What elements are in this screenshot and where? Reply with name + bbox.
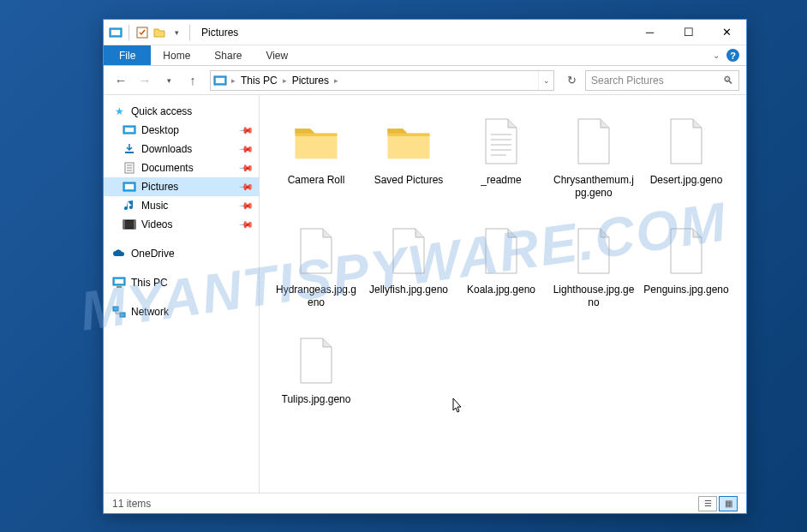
file-item[interactable]: Koala.jpg.geno: [455, 218, 547, 328]
file-item[interactable]: Chrysanthemum.jpg.geno: [547, 109, 640, 218]
sidebar-quick-access[interactable]: ★ Quick access: [104, 102, 259, 121]
breadcrumb-item[interactable]: Pictures: [289, 75, 332, 87]
sidebar-network[interactable]: Network: [104, 302, 259, 321]
sidebar-item-music[interactable]: Music📌: [104, 196, 259, 215]
sidebar-onedrive[interactable]: OneDrive: [104, 244, 259, 263]
file-item[interactable]: _readme: [455, 109, 547, 218]
sidebar-item-downloads[interactable]: Downloads📌: [104, 140, 259, 158]
item-count: 11 items: [112, 498, 151, 510]
tab-share[interactable]: Share: [202, 45, 254, 65]
recent-dropdown-icon[interactable]: ▾: [158, 70, 179, 91]
item-label: Hydrangeas.jpg.geno: [273, 284, 359, 309]
large-icons-view-button[interactable]: ▦: [719, 496, 738, 511]
folder-icon: [289, 114, 344, 169]
tab-home[interactable]: Home: [151, 45, 202, 65]
separator: [129, 25, 129, 40]
search-icon: 🔍︎: [723, 75, 733, 87]
window-title: Pictures: [201, 27, 238, 39]
minimize-button[interactable]: ─: [631, 20, 669, 45]
sidebar-item-documents[interactable]: Documents📌: [104, 158, 259, 177]
folder-qat-icon[interactable]: [152, 26, 166, 39]
item-label: Desert.jpg.geno: [650, 174, 723, 187]
file-view[interactable]: Camera RollSaved Pictures_readmeChrysant…: [260, 95, 746, 493]
blank-file-icon: [659, 114, 714, 169]
item-label: Tulips.jpg.geno: [282, 393, 351, 406]
music-icon: [123, 199, 136, 212]
sidebar-item-label: Network: [131, 306, 169, 318]
svg-rect-6: [125, 128, 134, 132]
item-label: Koala.jpg.geno: [467, 284, 535, 296]
sidebar-item-label: Videos: [141, 218, 172, 230]
svg-rect-15: [123, 220, 125, 229]
item-label: Lighthouse.jpg.geno: [551, 284, 637, 309]
pin-icon: 📌: [237, 178, 254, 194]
cloud-icon: [112, 247, 126, 260]
navigation-pane: ★ Quick access Desktop📌Downloads📌Documen…: [104, 95, 260, 493]
address-dropdown-icon[interactable]: ⌄: [538, 71, 553, 90]
file-item[interactable]: Hydrangeas.jpg.geno: [270, 218, 362, 328]
close-button[interactable]: ✕: [708, 20, 746, 45]
quick-access-toolbar: ▾ Pictures: [104, 25, 243, 40]
window-controls: ─ ☐ ✕: [631, 20, 746, 45]
item-label: Penguins.jpg.geno: [643, 284, 728, 296]
chevron-right-icon[interactable]: ▸: [230, 76, 237, 85]
svg-rect-1: [111, 30, 120, 35]
sidebar-item-label: Pictures: [141, 181, 178, 193]
file-grid: Camera RollSaved Pictures_readmeChrysant…: [270, 109, 736, 438]
address-bar[interactable]: ▸ This PC ▸ Pictures ▸ ⌄: [210, 70, 554, 91]
refresh-button[interactable]: ↻: [561, 74, 582, 87]
svg-rect-7: [125, 152, 134, 153]
chevron-right-icon[interactable]: ▸: [281, 76, 289, 85]
file-item[interactable]: Desert.jpg.geno: [640, 109, 732, 218]
text-file-icon: [474, 114, 529, 169]
ribbon-tabs: File Home Share View ⌄ ?: [104, 45, 746, 66]
monitor-icon: [112, 276, 126, 290]
item-label: Camera Roll: [288, 174, 345, 187]
chevron-right-icon[interactable]: ▸: [332, 76, 340, 85]
videos-icon: [123, 218, 136, 231]
blank-file-icon: [381, 224, 436, 278]
tab-file[interactable]: File: [104, 45, 151, 65]
sidebar-item-videos[interactable]: Videos📌: [104, 215, 259, 234]
sidebar-item-label: Music: [141, 200, 168, 212]
svg-rect-16: [134, 220, 135, 229]
separator: [189, 25, 190, 40]
blank-file-icon: [289, 333, 344, 388]
breadcrumb: This PC ▸ Pictures ▸: [237, 75, 340, 87]
sidebar-item-pictures[interactable]: Pictures📌: [104, 177, 259, 196]
properties-icon[interactable]: [135, 26, 149, 39]
forward-button[interactable]: →: [134, 70, 155, 91]
blank-file-icon: [566, 224, 621, 278]
svg-rect-20: [113, 307, 118, 311]
search-input[interactable]: Search Pictures 🔍︎: [585, 70, 739, 91]
sidebar-item-desktop[interactable]: Desktop📌: [104, 121, 259, 140]
sidebar-item-label: Downloads: [141, 143, 192, 155]
svg-rect-19: [117, 286, 122, 288]
item-label: Jellyfish.jpg.geno: [369, 284, 448, 296]
breadcrumb-item[interactable]: This PC: [237, 75, 281, 87]
svg-rect-4: [216, 78, 224, 83]
item-label: Saved Pictures: [374, 174, 444, 187]
desktop-icon: [123, 123, 136, 137]
tab-view[interactable]: View: [254, 45, 300, 65]
ribbon-expand-icon[interactable]: ⌄: [713, 51, 720, 60]
sidebar-item-label: Desktop: [141, 124, 179, 136]
details-view-button[interactable]: ☰: [698, 496, 717, 511]
svg-rect-18: [115, 279, 123, 284]
back-button[interactable]: ←: [111, 70, 131, 91]
file-item[interactable]: Penguins.jpg.geno: [640, 218, 732, 328]
folder-item[interactable]: Saved Pictures: [362, 109, 455, 218]
qat-dropdown-icon[interactable]: ▾: [170, 26, 183, 39]
maximize-button[interactable]: ☐: [669, 20, 708, 45]
folder-icon: [381, 114, 436, 169]
file-item[interactable]: Jellyfish.jpg.geno: [362, 218, 455, 328]
sidebar-this-pc[interactable]: This PC: [104, 273, 259, 292]
file-item[interactable]: Lighthouse.jpg.geno: [547, 218, 640, 328]
blank-file-icon: [659, 224, 714, 278]
help-icon[interactable]: ?: [726, 49, 739, 62]
network-icon: [112, 305, 126, 319]
up-button[interactable]: ↑: [182, 70, 203, 91]
item-label: _readme: [481, 174, 521, 187]
file-item[interactable]: Tulips.jpg.geno: [270, 328, 362, 438]
folder-item[interactable]: Camera Roll: [270, 109, 362, 218]
